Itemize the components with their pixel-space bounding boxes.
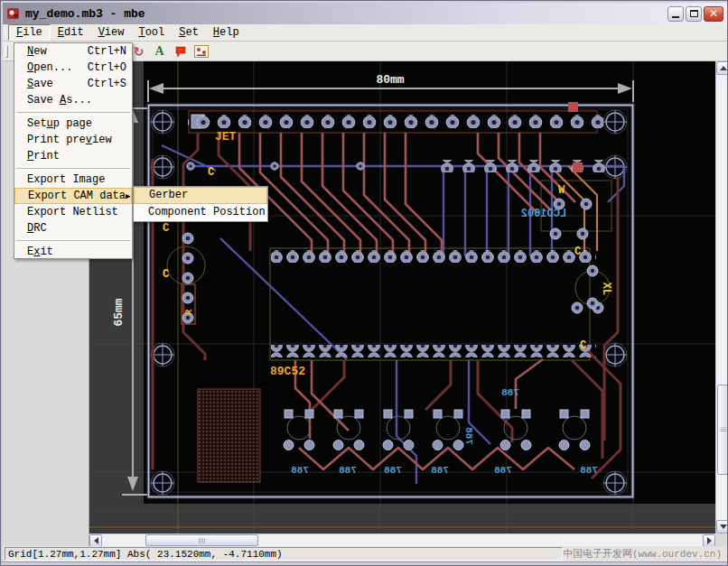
vertical-scrollbar[interactable]	[715, 61, 728, 534]
menu-set[interactable]: Set	[172, 24, 206, 41]
horizontal-scrollbar[interactable]	[89, 534, 715, 546]
image-export-button[interactable]	[191, 42, 210, 60]
submenu-arrow-icon: ▶	[126, 189, 130, 203]
mirror-label: 788	[384, 465, 402, 476]
dimension-width-label: 80mm	[376, 73, 404, 87]
scroll-up-button[interactable]	[716, 61, 728, 75]
horizontal-scrollbar-thumb[interactable]	[145, 534, 258, 546]
dimension-height-label: 65mm	[112, 298, 126, 326]
pcb-drawing: 80mm 65mm	[89, 61, 715, 534]
menu-item-exit[interactable]: Exit	[14, 244, 132, 260]
menu-item-drc[interactable]: DRC	[14, 220, 132, 237]
menu-bar: File Edit View Tool Set Help	[3, 24, 727, 42]
scroll-down-button[interactable]	[716, 520, 728, 534]
rotate-icon: ↻	[134, 44, 145, 59]
silk-label: R	[183, 309, 194, 315]
flag-button[interactable]	[171, 42, 190, 60]
vertical-scrollbar-thumb[interactable]	[717, 385, 728, 475]
mirror-label: LCD1602	[521, 208, 566, 220]
mirror-label: 788	[291, 465, 309, 476]
text-tool-button[interactable]: A	[150, 42, 169, 60]
submenu-item-gerber[interactable]: Gerber	[134, 187, 267, 204]
app-window: my_demo.mb3 - mbe ✕ File Edit View Tool …	[0, 0, 728, 566]
silk-label: C	[580, 339, 586, 352]
mirror-label: 788	[494, 465, 512, 476]
status-coordinates: Grid[1.27mm,1.27mm] Abs( 23.1520mm, -4.7…	[5, 547, 563, 561]
menu-item-print[interactable]: Print	[14, 148, 132, 164]
mirror-label: 788	[580, 465, 598, 476]
menu-help[interactable]: Help	[206, 24, 247, 41]
silk-label: 89C52	[270, 365, 305, 378]
file-menu-dropdown: NewCtrl+N Open...Ctrl+O SaveCtrl+S Save …	[14, 42, 133, 259]
image-icon	[194, 45, 209, 58]
export-cam-submenu: Gerber Component Position	[133, 186, 268, 222]
menu-file[interactable]: File	[8, 24, 51, 41]
menu-tool[interactable]: Tool	[131, 24, 172, 41]
menu-view[interactable]: View	[91, 24, 132, 41]
menu-item-open[interactable]: Open...Ctrl+O	[14, 60, 132, 76]
mirror-label: 788	[431, 465, 449, 476]
mirror-label: 788	[339, 465, 357, 476]
menu-item-new[interactable]: NewCtrl+N	[14, 43, 132, 60]
silk-label: XL	[600, 283, 612, 295]
menu-item-print-preview[interactable]: Print preview	[14, 132, 132, 148]
menu-item-setup-page[interactable]: Setup page	[14, 116, 132, 132]
menu-item-save[interactable]: SaveCtrl+S	[14, 76, 132, 92]
menu-separator	[14, 108, 132, 116]
close-button[interactable]: ✕	[704, 6, 723, 22]
arrow-down-icon	[720, 524, 727, 529]
window-title: my_demo.mb3 - mbe	[25, 7, 145, 21]
menu-item-export-cam-data[interactable]: Export CAM data▶	[14, 188, 132, 204]
arrow-right-icon	[707, 537, 712, 544]
scroll-left-button[interactable]	[89, 534, 102, 547]
minimize-button[interactable]	[667, 6, 684, 22]
watermark-text: 中国电子开发网(www.ourdev.cn)	[563, 547, 722, 561]
status-bar: Grid[1.27mm,1.27mm] Abs( 23.1520mm, -4.7…	[3, 546, 727, 561]
menu-separator	[14, 237, 132, 244]
maximize-icon	[690, 10, 698, 17]
mirror-label: 788	[463, 427, 474, 445]
arrow-left-icon	[94, 537, 98, 544]
menu-item-save-as[interactable]: Save As...	[14, 92, 132, 108]
toolbar-grip[interactable]	[5, 45, 8, 58]
minimize-icon	[672, 16, 679, 18]
silk-label: C	[574, 246, 581, 258]
submenu-item-component-position[interactable]: Component Position	[134, 204, 267, 221]
silk-label: C	[163, 222, 169, 235]
close-icon: ✕	[709, 8, 718, 19]
silk-label: C	[208, 166, 214, 179]
menu-edit[interactable]: Edit	[51, 24, 91, 41]
window-bottom-edge	[1, 561, 728, 566]
arrow-up-icon	[720, 66, 727, 70]
menu-item-export-netlist[interactable]: Export Netlist	[14, 204, 132, 220]
silk-label: W	[558, 184, 565, 197]
menu-item-export-image[interactable]: Export Image	[14, 172, 132, 188]
maximize-button[interactable]	[686, 6, 702, 22]
app-icon	[6, 6, 21, 21]
silk-label: JET	[215, 130, 237, 144]
flag-icon	[174, 45, 187, 58]
silk-label: C	[163, 268, 169, 281]
text-icon: A	[154, 44, 163, 59]
pcb-canvas[interactable]: 80mm 65mm	[89, 61, 715, 534]
scroll-right-button[interactable]	[703, 534, 715, 547]
menu-separator	[14, 164, 132, 172]
title-bar[interactable]: my_demo.mb3 - mbe ✕	[3, 3, 727, 24]
mirror-label: 788	[501, 387, 519, 398]
